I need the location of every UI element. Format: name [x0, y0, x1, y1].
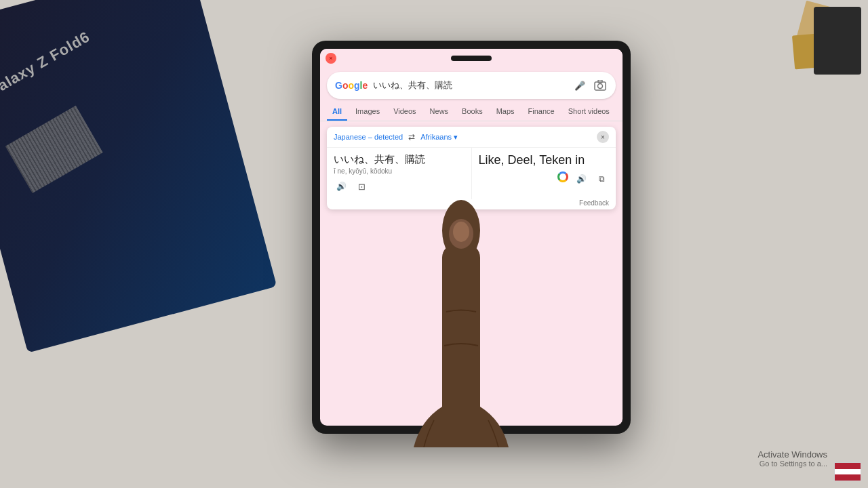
result-speaker-icon[interactable] — [574, 171, 589, 186]
tab-all[interactable]: All — [327, 103, 347, 121]
translate-body: いいね、共有、購読 ī ne, kyōyū, kōdoku Like, Deel… — [327, 148, 616, 199]
translate-widget: Japanese – detected ⇄ Afrikaans ▾ × いいね、… — [327, 127, 616, 209]
svg-point-2 — [598, 84, 603, 89]
search-bar[interactable]: Google いいね、共有、購読 🎤 — [327, 72, 616, 99]
google-logo: Google — [335, 80, 368, 91]
source-text: いいね、共有、購読 — [334, 153, 465, 166]
close-button[interactable]: × — [326, 53, 336, 64]
search-query[interactable]: いいね、共有、購読 — [373, 79, 567, 92]
copy-icon[interactable] — [594, 171, 609, 186]
tab-videos[interactable]: Videos — [388, 103, 421, 121]
flag-icon — [834, 462, 861, 481]
tab-news[interactable]: News — [425, 103, 454, 121]
source-screenshot-icon[interactable] — [354, 179, 369, 194]
windows-watermark: Activate Windows Go to Settings to a... — [757, 449, 827, 468]
status-bar: × — [320, 49, 623, 68]
activate-windows-line2: Go to Settings to a... — [757, 460, 827, 468]
tab-books[interactable]: Books — [456, 103, 488, 121]
svg-rect-1 — [598, 80, 602, 83]
source-actions — [334, 179, 465, 194]
electronic-device — [814, 7, 861, 75]
content-area — [320, 215, 623, 228]
google-translate-icon[interactable] — [557, 171, 568, 182]
box-brand-label: Galaxy Z Fold6 — [0, 28, 93, 101]
voice-search-icon[interactable]: 🎤 — [572, 78, 587, 93]
feedback-label[interactable]: Feedback — [327, 199, 616, 209]
translate-source-panel: いいね、共有、購読 ī ne, kyōyū, kōdoku — [327, 148, 472, 199]
notch — [451, 56, 492, 61]
nav-tabs: All Images Videos News Books Maps Financ… — [320, 103, 623, 121]
romanji-text: ī ne, kyōyū, kōdoku — [334, 167, 465, 175]
source-language[interactable]: Japanese – detected — [334, 133, 403, 141]
tab-short-videos[interactable]: Short videos — [563, 103, 615, 121]
lens-search-icon[interactable] — [593, 78, 608, 93]
translate-header: Japanese – detected ⇄ Afrikaans ▾ × — [327, 127, 616, 148]
tablet-device: × Google いいね、共有、購読 🎤 All Images Videos — [312, 41, 631, 434]
target-language[interactable]: Afrikaans ▾ — [420, 133, 591, 142]
result-text: Like, Deel, Teken in — [479, 153, 610, 167]
tab-images[interactable]: Images — [350, 103, 385, 121]
source-speaker-icon[interactable] — [334, 179, 349, 194]
result-actions — [479, 171, 610, 186]
desk-objects — [732, 0, 868, 136]
activate-windows-line1: Activate Windows — [757, 449, 827, 460]
tab-more[interactable]: We — [618, 103, 623, 121]
language-swap-icon[interactable]: ⇄ — [408, 132, 415, 142]
translate-close-button[interactable]: × — [597, 131, 609, 143]
tab-finance[interactable]: Finance — [523, 103, 560, 121]
tab-maps[interactable]: Maps — [491, 103, 520, 121]
translate-result-panel: Like, Deel, Teken in — [472, 148, 616, 199]
barcode — [5, 106, 103, 193]
tablet-screen: × Google いいね、共有、購読 🎤 All Images Videos — [320, 49, 623, 426]
